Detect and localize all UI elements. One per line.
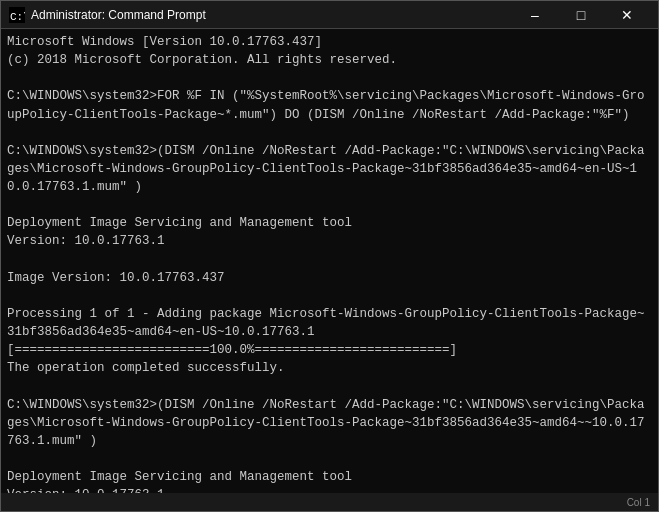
svg-text:C:\: C:\ xyxy=(10,11,25,23)
title-bar: C:\ Administrator: Command Prompt – □ ✕ xyxy=(1,1,658,29)
close-button[interactable]: ✕ xyxy=(604,1,650,29)
maximize-button[interactable]: □ xyxy=(558,1,604,29)
minimize-button[interactable]: – xyxy=(512,1,558,29)
cmd-icon: C:\ xyxy=(9,7,25,23)
window-title: Administrator: Command Prompt xyxy=(31,8,512,22)
status-text: Col 1 xyxy=(627,497,650,508)
console-output[interactable]: Microsoft Windows [Version 10.0.17763.43… xyxy=(1,29,658,493)
window-controls: – □ ✕ xyxy=(512,1,650,29)
cmd-window: C:\ Administrator: Command Prompt – □ ✕ … xyxy=(0,0,659,512)
status-bar: Col 1 xyxy=(1,493,658,511)
